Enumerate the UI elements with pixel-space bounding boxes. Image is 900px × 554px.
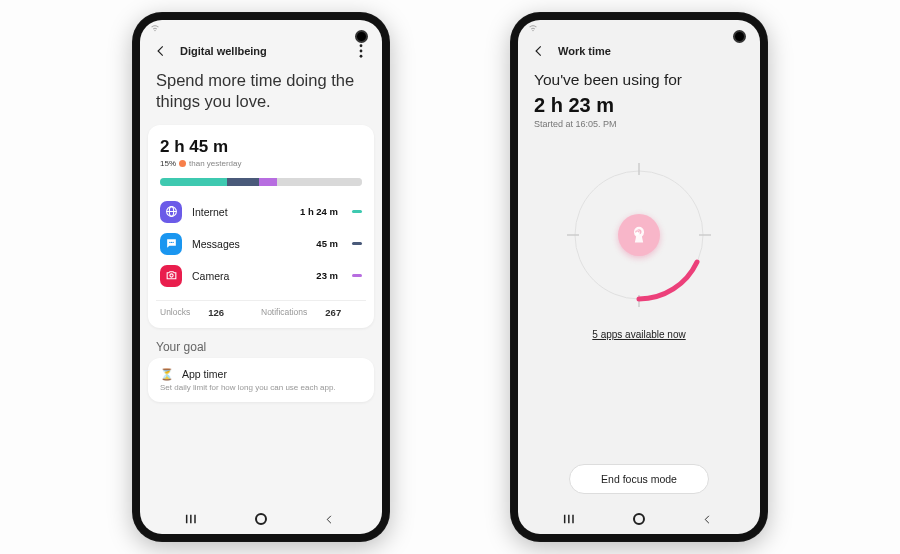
camera-hole <box>733 30 746 43</box>
page-title: Digital wellbeing <box>180 45 267 57</box>
wifi-icon <box>528 23 538 35</box>
status-bar <box>518 20 760 38</box>
app-name: Internet <box>192 206 290 218</box>
stats-row: Unlocks 126 Notifications 267 <box>160 307 362 318</box>
header: Digital wellbeing <box>140 38 382 64</box>
usage-bar <box>160 178 362 186</box>
goal-title: App timer <box>182 368 227 380</box>
hero-text: Spend more time doing the things you lov… <box>156 70 366 113</box>
recents-button[interactable] <box>556 510 584 528</box>
app-time: 1 h 24 m <box>300 206 338 217</box>
back-button[interactable] <box>530 42 548 60</box>
back-button[interactable] <box>152 42 170 60</box>
usage-card[interactable]: 2 h 45 m 15% than yesterday Internet 1 h… <box>148 125 374 328</box>
svg-point-6 <box>169 242 170 243</box>
divider <box>156 300 366 301</box>
nav-bar <box>518 504 760 534</box>
nav-back-button[interactable] <box>316 510 344 528</box>
page-title: Work time <box>558 45 611 57</box>
app-row-messages[interactable]: Messages 45 m <box>160 228 362 260</box>
hourglass-icon: ⏳ <box>160 368 174 381</box>
hero: You've been using for 2 h 23 m Started a… <box>518 64 760 141</box>
bar-segment <box>160 178 227 186</box>
delta-percent: 15% <box>160 159 176 168</box>
delta-text: than yesterday <box>189 159 241 168</box>
app-color-dot <box>352 242 362 245</box>
goal-desc: Set daily limit for how long you can use… <box>160 383 362 392</box>
bar-segment <box>227 178 259 186</box>
internet-icon <box>160 201 182 223</box>
app-color-dot <box>352 210 362 213</box>
svg-point-8 <box>172 242 173 243</box>
svg-point-1 <box>360 50 363 53</box>
more-menu-button[interactable] <box>352 42 370 60</box>
focus-dial-area: 5 apps available now <box>518 141 760 430</box>
bar-segment <box>277 178 362 186</box>
camera-icon <box>160 265 182 287</box>
app-name: Camera <box>192 270 306 282</box>
session-time: 2 h 23 m <box>534 94 744 117</box>
notifications-label: Notifications <box>261 307 307 317</box>
unlocks-label: Unlocks <box>160 307 190 317</box>
status-bar <box>140 20 382 38</box>
goal-card[interactable]: ⏳ App timer Set daily limit for how long… <box>148 358 374 402</box>
phone-right: Work time You've been using for 2 h 23 m… <box>510 12 768 542</box>
svg-point-2 <box>360 55 363 58</box>
focus-center-icon[interactable] <box>618 214 660 256</box>
delta-row: 15% than yesterday <box>160 159 362 168</box>
app-row-internet[interactable]: Internet 1 h 24 m <box>160 196 362 228</box>
started-at: Started at 16:05. PM <box>534 119 744 129</box>
screen-right: Work time You've been using for 2 h 23 m… <box>518 20 760 534</box>
bar-segment <box>259 178 277 186</box>
header: Work time <box>518 38 760 64</box>
home-button[interactable] <box>247 510 275 528</box>
end-focus-button[interactable]: End focus mode <box>569 464 709 494</box>
recents-button[interactable] <box>178 510 206 528</box>
app-row-camera[interactable]: Camera 23 m <box>160 260 362 292</box>
screen-left: Digital wellbeing Spend more time doing … <box>140 20 382 534</box>
app-color-dot <box>352 274 362 277</box>
app-name: Messages <box>192 238 306 250</box>
goal-section-header: Your goal <box>156 340 366 354</box>
app-time: 23 m <box>316 270 338 281</box>
home-button[interactable] <box>625 510 653 528</box>
app-time: 45 m <box>316 238 338 249</box>
notifications-value: 267 <box>325 307 341 318</box>
nav-bar <box>140 504 382 534</box>
unlocks-value: 126 <box>208 307 224 318</box>
total-time: 2 h 45 m <box>160 137 362 157</box>
nav-back-button[interactable] <box>694 510 722 528</box>
messages-icon <box>160 233 182 255</box>
svg-point-7 <box>170 242 171 243</box>
up-arrow-icon <box>179 160 186 167</box>
svg-point-0 <box>360 44 363 47</box>
wifi-icon <box>150 23 160 35</box>
camera-hole <box>355 30 368 43</box>
hero: Spend more time doing the things you lov… <box>140 64 382 125</box>
hero-text: You've been using for <box>534 70 744 90</box>
svg-point-9 <box>169 274 172 277</box>
available-apps-link[interactable]: 5 apps available now <box>592 329 685 340</box>
phone-left: Digital wellbeing Spend more time doing … <box>132 12 390 542</box>
focus-dial <box>559 155 719 315</box>
